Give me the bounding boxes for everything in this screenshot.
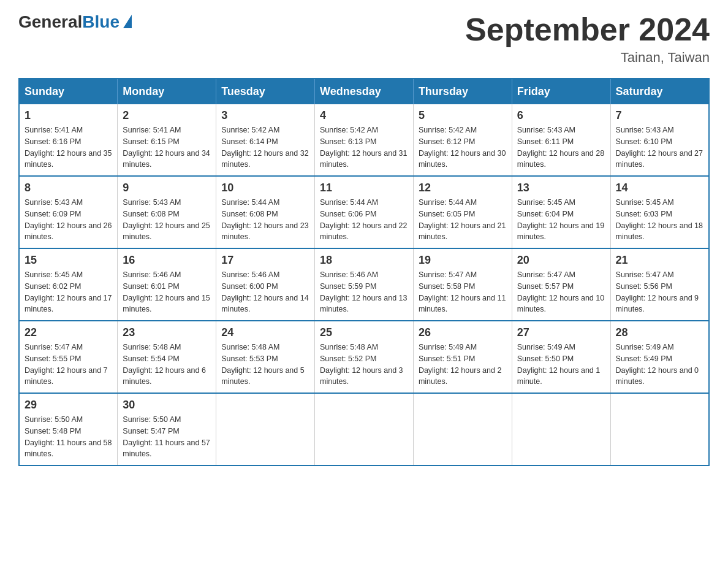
day-number: 2 (123, 109, 211, 122)
day-number: 13 (517, 182, 605, 194)
day-info: Sunrise: 5:44 AM Sunset: 6:06 PM Dayligh… (320, 197, 408, 243)
calendar-cell: 12 Sunrise: 5:44 AM Sunset: 6:05 PM Dayl… (413, 176, 512, 248)
day-number: 29 (25, 399, 112, 412)
week-row-1: 1 Sunrise: 5:41 AM Sunset: 6:16 PM Dayli… (19, 104, 709, 176)
calendar-cell: 9 Sunrise: 5:43 AM Sunset: 6:08 PM Dayli… (118, 176, 216, 248)
day-number: 4 (320, 109, 408, 122)
day-info: Sunrise: 5:47 AM Sunset: 5:58 PM Dayligh… (419, 269, 507, 315)
header-thursday: Thursday (413, 79, 512, 104)
calendar-cell: 7 Sunrise: 5:43 AM Sunset: 6:10 PM Dayli… (610, 104, 709, 176)
week-row-3: 15 Sunrise: 5:45 AM Sunset: 6:02 PM Dayl… (19, 248, 709, 321)
calendar-cell: 2 Sunrise: 5:41 AM Sunset: 6:15 PM Dayli… (118, 104, 216, 176)
day-info: Sunrise: 5:50 AM Sunset: 5:47 PM Dayligh… (123, 414, 211, 460)
calendar-cell: 14 Sunrise: 5:45 AM Sunset: 6:03 PM Dayl… (610, 176, 709, 248)
calendar-cell: 21 Sunrise: 5:47 AM Sunset: 5:56 PM Dayl… (610, 248, 709, 321)
header-saturday: Saturday (610, 79, 709, 104)
day-info: Sunrise: 5:47 AM Sunset: 5:56 PM Dayligh… (616, 269, 703, 315)
day-number: 10 (221, 182, 309, 194)
day-info: Sunrise: 5:43 AM Sunset: 6:08 PM Dayligh… (123, 197, 211, 243)
day-info: Sunrise: 5:47 AM Sunset: 5:55 PM Dayligh… (25, 342, 112, 388)
week-row-2: 8 Sunrise: 5:43 AM Sunset: 6:09 PM Dayli… (19, 176, 709, 248)
calendar-cell (610, 393, 709, 465)
day-number: 3 (221, 109, 309, 122)
day-number: 25 (320, 326, 408, 339)
calendar-subtitle: Tainan, Taiwan (465, 50, 710, 66)
calendar-cell: 30 Sunrise: 5:50 AM Sunset: 5:47 PM Dayl… (118, 393, 216, 465)
day-number: 9 (123, 182, 211, 194)
calendar-table: Sunday Monday Tuesday Wednesday Thursday… (18, 78, 710, 466)
day-number: 14 (616, 182, 703, 194)
day-number: 18 (320, 254, 408, 267)
header-tuesday: Tuesday (216, 79, 315, 104)
logo-general: General (18, 12, 82, 31)
calendar-cell (512, 393, 610, 465)
day-number: 19 (419, 254, 507, 267)
calendar-cell (315, 393, 414, 465)
header-sunday: Sunday (19, 79, 118, 104)
day-info: Sunrise: 5:48 AM Sunset: 5:53 PM Dayligh… (221, 342, 309, 388)
calendar-cell: 13 Sunrise: 5:45 AM Sunset: 6:04 PM Dayl… (512, 176, 610, 248)
day-info: Sunrise: 5:41 AM Sunset: 6:16 PM Dayligh… (25, 124, 112, 170)
calendar-cell: 19 Sunrise: 5:47 AM Sunset: 5:58 PM Dayl… (413, 248, 512, 321)
day-number: 6 (517, 109, 605, 122)
calendar-cell: 8 Sunrise: 5:43 AM Sunset: 6:09 PM Dayli… (19, 176, 118, 248)
calendar-cell: 3 Sunrise: 5:42 AM Sunset: 6:14 PM Dayli… (216, 104, 315, 176)
day-number: 8 (25, 182, 112, 194)
calendar-cell: 11 Sunrise: 5:44 AM Sunset: 6:06 PM Dayl… (315, 176, 414, 248)
calendar-cell: 22 Sunrise: 5:47 AM Sunset: 5:55 PM Dayl… (19, 321, 118, 393)
day-number: 22 (25, 326, 112, 339)
day-info: Sunrise: 5:48 AM Sunset: 5:54 PM Dayligh… (123, 342, 211, 388)
day-info: Sunrise: 5:44 AM Sunset: 6:05 PM Dayligh… (419, 197, 507, 243)
day-info: Sunrise: 5:45 AM Sunset: 6:02 PM Dayligh… (25, 269, 112, 315)
day-info: Sunrise: 5:47 AM Sunset: 5:57 PM Dayligh… (517, 269, 605, 315)
week-row-5: 29 Sunrise: 5:50 AM Sunset: 5:48 PM Dayl… (19, 393, 709, 465)
header-wednesday: Wednesday (315, 79, 414, 104)
calendar-cell (216, 393, 315, 465)
logo-triangle-icon (123, 15, 132, 28)
day-info: Sunrise: 5:43 AM Sunset: 6:10 PM Dayligh… (616, 124, 703, 170)
day-number: 5 (419, 109, 507, 122)
calendar-cell: 16 Sunrise: 5:46 AM Sunset: 6:01 PM Dayl… (118, 248, 216, 321)
day-number: 1 (25, 109, 112, 122)
day-number: 28 (616, 326, 703, 339)
logo: GeneralBlue (18, 12, 132, 32)
day-info: Sunrise: 5:49 AM Sunset: 5:51 PM Dayligh… (419, 342, 507, 388)
day-info: Sunrise: 5:43 AM Sunset: 6:11 PM Dayligh… (517, 124, 605, 170)
day-info: Sunrise: 5:41 AM Sunset: 6:15 PM Dayligh… (123, 124, 211, 170)
calendar-cell: 5 Sunrise: 5:42 AM Sunset: 6:12 PM Dayli… (413, 104, 512, 176)
calendar-cell: 17 Sunrise: 5:46 AM Sunset: 6:00 PM Dayl… (216, 248, 315, 321)
calendar-cell: 28 Sunrise: 5:49 AM Sunset: 5:49 PM Dayl… (610, 321, 709, 393)
calendar-cell: 10 Sunrise: 5:44 AM Sunset: 6:08 PM Dayl… (216, 176, 315, 248)
calendar-cell: 1 Sunrise: 5:41 AM Sunset: 6:16 PM Dayli… (19, 104, 118, 176)
day-number: 16 (123, 254, 211, 267)
header-monday: Monday (118, 79, 216, 104)
calendar-header: Sunday Monday Tuesday Wednesday Thursday… (19, 79, 709, 104)
day-number: 27 (517, 326, 605, 339)
day-number: 11 (320, 182, 408, 194)
calendar-cell: 25 Sunrise: 5:48 AM Sunset: 5:52 PM Dayl… (315, 321, 414, 393)
day-number: 7 (616, 109, 703, 122)
calendar-cell: 23 Sunrise: 5:48 AM Sunset: 5:54 PM Dayl… (118, 321, 216, 393)
calendar-cell: 24 Sunrise: 5:48 AM Sunset: 5:53 PM Dayl… (216, 321, 315, 393)
calendar-cell: 27 Sunrise: 5:49 AM Sunset: 5:50 PM Dayl… (512, 321, 610, 393)
day-info: Sunrise: 5:46 AM Sunset: 6:00 PM Dayligh… (221, 269, 309, 315)
calendar-cell: 6 Sunrise: 5:43 AM Sunset: 6:11 PM Dayli… (512, 104, 610, 176)
calendar-body: 1 Sunrise: 5:41 AM Sunset: 6:16 PM Dayli… (19, 104, 709, 465)
week-row-4: 22 Sunrise: 5:47 AM Sunset: 5:55 PM Dayl… (19, 321, 709, 393)
day-info: Sunrise: 5:46 AM Sunset: 6:01 PM Dayligh… (123, 269, 211, 315)
day-info: Sunrise: 5:49 AM Sunset: 5:49 PM Dayligh… (616, 342, 703, 388)
calendar-cell: 20 Sunrise: 5:47 AM Sunset: 5:57 PM Dayl… (512, 248, 610, 321)
day-number: 24 (221, 326, 309, 339)
day-info: Sunrise: 5:44 AM Sunset: 6:08 PM Dayligh… (221, 197, 309, 243)
day-info: Sunrise: 5:45 AM Sunset: 6:04 PM Dayligh… (517, 197, 605, 243)
logo-blue: Blue (82, 12, 119, 31)
day-number: 15 (25, 254, 112, 267)
calendar-cell: 4 Sunrise: 5:42 AM Sunset: 6:13 PM Dayli… (315, 104, 414, 176)
calendar-cell: 26 Sunrise: 5:49 AM Sunset: 5:51 PM Dayl… (413, 321, 512, 393)
day-info: Sunrise: 5:42 AM Sunset: 6:13 PM Dayligh… (320, 124, 408, 170)
page-header: GeneralBlue September 2024 Tainan, Taiwa… (18, 12, 710, 66)
day-number: 21 (616, 254, 703, 267)
day-info: Sunrise: 5:42 AM Sunset: 6:12 PM Dayligh… (419, 124, 507, 170)
calendar-cell: 15 Sunrise: 5:45 AM Sunset: 6:02 PM Dayl… (19, 248, 118, 321)
day-info: Sunrise: 5:50 AM Sunset: 5:48 PM Dayligh… (25, 414, 112, 460)
